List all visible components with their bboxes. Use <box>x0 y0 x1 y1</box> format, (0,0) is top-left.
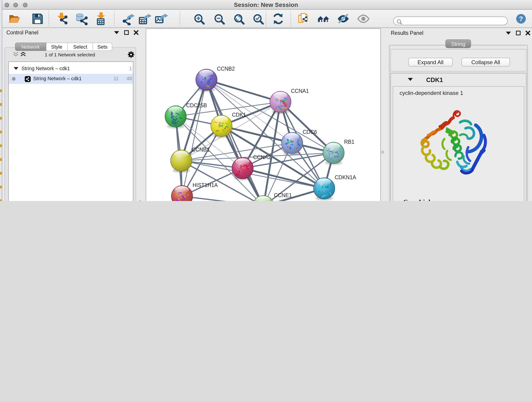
panel-menu-icon[interactable] <box>506 32 511 35</box>
panel-close-icon[interactable] <box>526 31 530 35</box>
network-node-CDKN1A[interactable] <box>313 178 335 200</box>
zoom-selected-icon <box>252 12 264 25</box>
network-row-label: String Network – cdk1 <box>33 76 82 81</box>
help-button[interactable]: ? <box>515 12 527 25</box>
left-splitter-handle[interactable] <box>139 200 142 201</box>
export-image-button[interactable] <box>155 12 167 25</box>
houses-icon <box>317 12 330 25</box>
show-selected-button[interactable] <box>357 12 370 25</box>
export-table-icon <box>138 12 151 25</box>
network-edge-CCNB2-HIST1H1A[interactable] <box>182 80 206 196</box>
results-tab-string[interactable]: String <box>445 39 471 48</box>
show-all-windows-button[interactable] <box>317 12 330 25</box>
node-label-CCNB2: CCNB2 <box>217 66 234 72</box>
save-floppy-icon <box>32 13 43 25</box>
background-window-edge <box>0 0 2 201</box>
help-icon: ? <box>515 13 526 24</box>
crosslinks-section: CrossLinks Uniprot:P06493GeneCard:P06493… <box>403 198 522 201</box>
control-panel-tab-network[interactable]: Network <box>15 42 46 51</box>
network-status-dot <box>12 77 16 81</box>
results-panel: Results Panel String Expand All Collapse… <box>385 28 530 201</box>
panel-menu-icon[interactable] <box>114 31 119 34</box>
gene-expander-icon[interactable] <box>408 78 413 81</box>
gene-section-header[interactable]: CDK1 <box>391 73 526 86</box>
tree-expander-icon[interactable] <box>14 67 18 70</box>
zoom-selected-button[interactable] <box>252 12 264 25</box>
network-options-gear-icon[interactable] <box>127 51 135 58</box>
import-network-from-database-button[interactable] <box>75 12 88 25</box>
network-canvas[interactable]: CCNB2CCNA1CDC25BCDK1CDC6RB1CCNB1CCNA2CDK… <box>146 29 380 201</box>
main-toolbar: ? <box>0 10 532 28</box>
network-edge-count: 48 <box>113 76 132 81</box>
open-folder-icon <box>8 13 20 25</box>
panel-float-icon[interactable] <box>516 31 520 35</box>
network-collection-row[interactable]: String Network – cdk1 1 <box>9 63 133 74</box>
control-panel-title: Control Panel <box>6 30 38 35</box>
panel-close-icon[interactable] <box>134 30 138 35</box>
import-table-file-icon <box>94 12 107 25</box>
node-label-CCNB1: CCNB1 <box>191 147 209 153</box>
expand-all-button[interactable]: Expand All <box>408 58 453 66</box>
zoom-fit-button[interactable] <box>232 12 245 25</box>
network-node-CDC25B[interactable] <box>165 106 186 128</box>
import-network-file-icon <box>56 12 69 25</box>
export-table-button[interactable] <box>138 12 151 25</box>
search-icon <box>396 19 402 24</box>
toolbar-separator <box>114 11 114 27</box>
right-splitter-handle[interactable] <box>381 151 384 153</box>
node-label-CCNA1: CCNA1 <box>291 88 309 94</box>
collapse-all-button[interactable]: Collapse All <box>462 58 510 66</box>
toolbar-separator <box>180 11 180 27</box>
panel-float-icon[interactable] <box>124 30 129 35</box>
network-row[interactable]: String Network – cdk1 11 48 <box>9 74 133 84</box>
window-title: Session: New Session <box>0 1 532 8</box>
network-edge-HIST1H1A-CCNE1[interactable] <box>182 196 263 201</box>
gene-name: CDK1 <box>426 77 443 83</box>
results-panel-header-icons <box>506 31 530 35</box>
toolbar-separator <box>291 11 291 27</box>
network-node-RB1[interactable] <box>323 142 344 165</box>
toolbar-separator <box>266 11 266 27</box>
toolbar-separator <box>49 11 49 27</box>
node-label-CDC6: CDC6 <box>302 129 317 135</box>
results-panel-body: Expand All Collapse All CDK1 cyclin-depe… <box>389 45 528 201</box>
import-table-from-file-button[interactable] <box>94 12 107 25</box>
export-image-icon <box>155 12 167 25</box>
node-label-RB1: RB1 <box>344 139 354 145</box>
import-network-from-file-button[interactable] <box>56 12 69 25</box>
import-network-database-icon <box>75 12 88 25</box>
network-tree: String Network – cdk1 1 String Network –… <box>8 61 133 201</box>
search-input[interactable] <box>404 17 505 24</box>
export-network-icon <box>122 12 134 25</box>
copy-network-button[interactable] <box>297 12 310 25</box>
control-panel: Control Panel NetworkStyleSelectSets 1 o… <box>2 28 136 201</box>
network-collection-count: 1 <box>113 65 132 71</box>
eye-slash-icon <box>337 12 350 25</box>
control-panel-tab-select[interactable]: Select <box>68 42 93 51</box>
background-window-dots <box>0 89 2 201</box>
control-panel-body: 1 of 1 Network selected String Network –… <box>5 47 136 201</box>
network-node-CCNA1[interactable] <box>270 91 291 114</box>
control-panel-tab-sets[interactable]: Sets <box>93 42 112 51</box>
refresh-icon <box>272 12 284 25</box>
network-node-CCNB1[interactable] <box>171 150 192 172</box>
network-node-CCNE1[interactable] <box>253 196 274 201</box>
open-session-button[interactable] <box>8 12 21 25</box>
hide-selected-button[interactable] <box>337 12 350 25</box>
zoom-out-button[interactable] <box>212 12 225 25</box>
network-collection-label: String Network – cdk1 <box>22 65 70 71</box>
network-node-HIST1H1A[interactable] <box>171 186 192 201</box>
export-network-button[interactable] <box>122 12 134 25</box>
results-buttons-row: Expand All Collapse All <box>390 49 526 71</box>
window-titlebar[interactable]: Session: New Session <box>0 0 532 10</box>
network-edge-CCNB2-CCNA1[interactable] <box>206 80 280 102</box>
node-label-CCNE1: CCNE1 <box>274 192 292 198</box>
control-panel-tab-style[interactable]: Style <box>46 42 68 51</box>
save-session-button[interactable] <box>31 12 44 25</box>
search-field <box>393 17 508 25</box>
node-label-CDC25B: CDC25B <box>186 102 207 108</box>
application-window: Session: New Session <box>0 0 532 201</box>
zoom-in-button[interactable] <box>192 12 205 25</box>
network-selection-status: 1 of 1 Network selected <box>5 52 135 57</box>
refresh-button[interactable] <box>272 12 284 25</box>
